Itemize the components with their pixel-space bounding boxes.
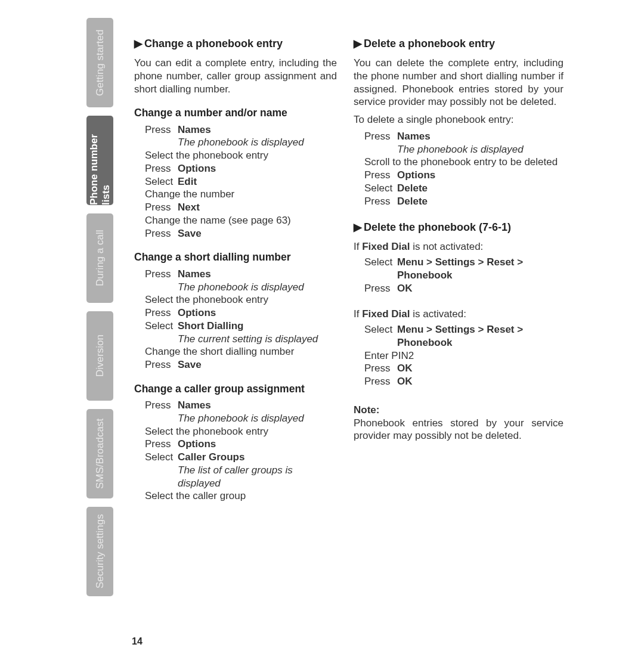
step: SelectCaller Groups (145, 451, 337, 464)
if-fixed-dial-yes: If Fixed Dial is activated: (354, 308, 564, 321)
tab-getting-started[interactable]: Getting started (86, 18, 113, 107)
arrow-icon: ▶ (354, 221, 362, 234)
sidebar-tabs: Getting started Phone number lists Durin… (0, 18, 119, 596)
step: Select the caller group (145, 490, 337, 503)
step-note: The phonebook is displayed (364, 143, 564, 156)
step: PressDelete (364, 195, 564, 208)
step: Change the short dialling number (145, 345, 337, 358)
note-body: Phonebook entries stored by your service… (354, 417, 564, 443)
heading-delete-phonebook: ▶Delete the phonebook (7-6-1) (354, 221, 564, 234)
intro-delete-entry: You can delete the complete entry, inclu… (354, 57, 564, 109)
heading-text: Change a phonebook entry (144, 38, 283, 49)
tab-sms-broadcast[interactable]: SMS/Broadcast (86, 409, 113, 498)
step: PressSave (145, 227, 337, 240)
step-note: The phonebook is displayed (145, 281, 337, 294)
steps-delete-phonebook-2: SelectMenu > Settings > Reset > Phoneboo… (354, 323, 564, 388)
heading-change-entry: ▶Change a phonebook entry (134, 37, 337, 51)
step: SelectDelete (364, 182, 564, 195)
step: SelectEdit (145, 175, 337, 188)
step: Select the phonebook entry (145, 293, 337, 306)
step: PressNames (145, 123, 337, 137)
right-column: ▶Delete a phonebook entry You can delete… (354, 36, 564, 596)
tab-security-settings[interactable]: Security settings (86, 507, 113, 596)
subheading-change-caller-group: Change a caller group assignment (134, 382, 337, 395)
lead-delete-entry: To delete a single phonebook entry: (354, 113, 564, 126)
steps-change-short-dial: PressNames The phonebook is displayed Se… (134, 268, 337, 371)
step: PressNames (145, 399, 337, 412)
step: PressOptions (364, 169, 564, 182)
step: PressOptions (145, 438, 337, 451)
step: PressNext (145, 201, 337, 214)
note-title: Note: (354, 404, 564, 417)
subheading-change-short-dial: Change a short dialling number (134, 250, 337, 264)
step: PressOK (364, 282, 564, 295)
step-note: The phonebook is displayed (145, 412, 337, 425)
step: Select the phonebook entry (145, 149, 337, 162)
steps-change-caller-group: PressNames The phonebook is displayed Se… (134, 399, 337, 503)
step: SelectShort Dialling (145, 320, 337, 333)
content-area: ▶Change a phonebook entry You can edit a… (119, 18, 644, 596)
step: Change the number (145, 188, 337, 201)
step: PressOptions (145, 306, 337, 320)
heading-text: Delete the phonebook (7-6-1) (364, 221, 511, 233)
intro-change-entry: You can edit a complete entry, including… (134, 57, 337, 95)
arrow-icon: ▶ (354, 37, 362, 51)
step: Change the name (see page 63) (145, 214, 337, 227)
step: PressOptions (145, 162, 337, 175)
left-column: ▶Change a phonebook entry You can edit a… (134, 36, 337, 596)
step: PressNames (364, 130, 564, 143)
step-note: The current setting is displayed (145, 333, 337, 346)
step: SelectMenu > Settings > Reset > Phoneboo… (364, 323, 564, 349)
heading-delete-entry: ▶Delete a phonebook entry (354, 37, 564, 51)
step: PressNames (145, 268, 337, 281)
step: Select the phonebook entry (145, 425, 337, 438)
step-note: The phonebook is displayed (145, 136, 337, 149)
step: SelectMenu > Settings > Reset > Phoneboo… (364, 256, 564, 282)
steps-delete-phonebook-1: SelectMenu > Settings > Reset > Phoneboo… (354, 256, 564, 295)
heading-text: Delete a phonebook entry (364, 38, 495, 49)
step: PressOK (364, 375, 564, 388)
step-note: The list of caller groups is displayed (145, 464, 337, 490)
step: Scroll to the phonebook entry to be dele… (364, 156, 564, 169)
tab-during-a-call[interactable]: During a call (86, 213, 113, 303)
steps-delete-entry: PressNames The phonebook is displayed Sc… (354, 130, 564, 208)
if-fixed-dial-not: If Fixed Dial is not activated: (354, 240, 564, 253)
step: PressOK (364, 362, 564, 375)
subheading-change-number-name: Change a number and/or name (134, 106, 337, 119)
step: Enter PIN2 (364, 349, 564, 363)
step: PressSave (145, 358, 337, 371)
page: Getting started Phone number lists Durin… (0, 0, 644, 596)
tab-diversion[interactable]: Diversion (86, 311, 113, 401)
steps-change-number-name: PressNames The phonebook is displayed Se… (134, 123, 337, 240)
arrow-icon: ▶ (134, 37, 143, 51)
page-number: 14 (132, 636, 143, 647)
tab-phone-number-lists[interactable]: Phone number lists (86, 116, 113, 205)
